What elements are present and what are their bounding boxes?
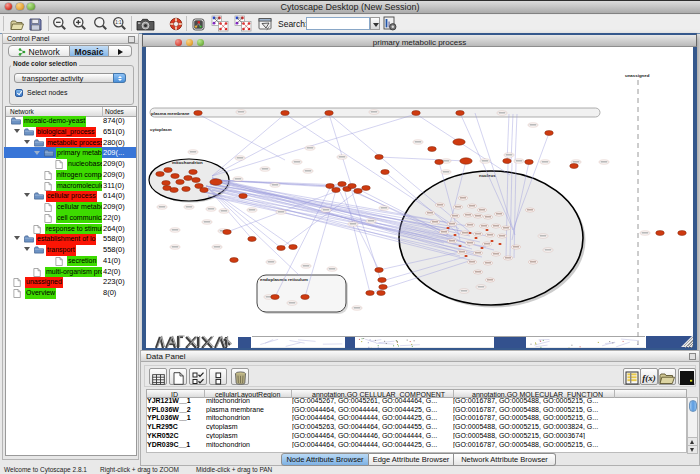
svg-text:plasma membrane: plasma membrane [151,111,190,116]
svg-text:mitochondrion: mitochondrion [172,160,203,165]
svg-text:unassigned: unassigned [625,73,650,78]
svg-text:1:1: 1:1 [115,20,122,25]
svg-text:f(x): f(x) [642,373,656,383]
svg-text:cytoplasm: cytoplasm [150,127,172,132]
